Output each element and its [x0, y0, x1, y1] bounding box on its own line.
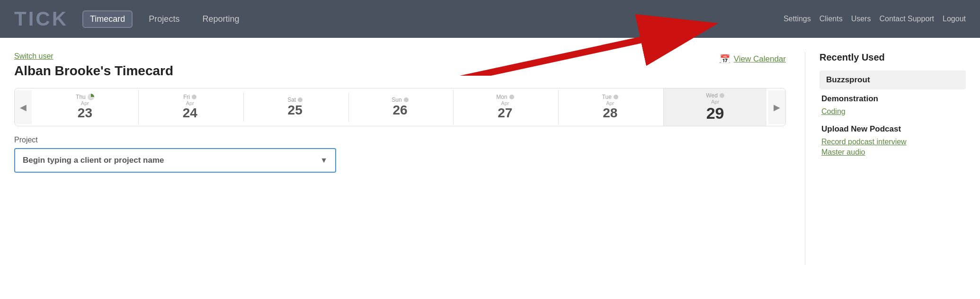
date-cell-sat[interactable]: Sat 25 — [243, 93, 347, 122]
dot-sun — [404, 97, 409, 102]
project-label: Project — [14, 136, 786, 144]
date-num-26: 26 — [392, 103, 407, 118]
mon-label: Mon — [496, 94, 507, 100]
recent-project-coding[interactable]: Coding — [820, 106, 966, 117]
fri-label: Fri — [183, 94, 190, 100]
timecard-title: Alban Brooke's Timecard — [14, 63, 173, 79]
view-calendar-button[interactable]: 📅 View Calendar — [720, 54, 786, 64]
timecard-header-left: Switch user Alban Brooke's Timecard — [14, 52, 173, 79]
recently-used-title: Recently Used — [820, 52, 966, 63]
nav-clients[interactable]: Clients — [820, 15, 843, 23]
right-panel: Recently Used Buzzsprout Demonstration C… — [805, 52, 966, 265]
date-cell-mon[interactable]: Mon Apr 27 — [453, 90, 556, 124]
date-num-23: 23 — [78, 106, 92, 121]
nav-users[interactable]: Users — [851, 15, 871, 23]
date-num-27: 27 — [498, 106, 512, 121]
date-num-24: 24 — [183, 106, 197, 121]
left-panel: Switch user Alban Brooke's Timecard 📅 Vi… — [14, 52, 805, 265]
pie-indicator — [88, 94, 94, 100]
sun-label: Sun — [392, 97, 401, 103]
switch-user-link[interactable]: Switch user — [14, 52, 53, 61]
recent-project-record-podcast[interactable]: Record podcast interview — [820, 137, 966, 147]
nav-settings[interactable]: Settings — [784, 15, 811, 23]
project-select-placeholder: Begin typing a client or project name — [23, 156, 164, 165]
dot-sat — [298, 97, 303, 102]
prev-date-button[interactable]: ◀ — [15, 90, 32, 124]
view-calendar-label: View Calendar — [734, 54, 786, 64]
sat-label: Sat — [287, 97, 296, 103]
next-date-button[interactable]: ▶ — [768, 90, 785, 124]
project-select-dropdown[interactable]: Begin typing a client or project name ▼ — [14, 148, 336, 173]
date-cell-sun[interactable]: Sun 26 — [348, 93, 452, 122]
dot-wed — [720, 93, 724, 98]
recent-group-title-demonstration: Demonstration — [820, 94, 966, 104]
recent-client-buzzsprout: Buzzsprout — [820, 70, 966, 89]
nav-contact-support[interactable]: Contact Support — [879, 15, 934, 23]
main-content: Switch user Alban Brooke's Timecard 📅 Vi… — [0, 38, 980, 274]
nav-logout[interactable]: Logout — [943, 15, 966, 23]
dot-fri — [192, 95, 196, 99]
project-section: Project Begin typing a client or project… — [14, 136, 786, 173]
nav-reporting[interactable]: Reporting — [196, 11, 246, 27]
dot-mon — [509, 95, 514, 99]
header: TICK Timecard Projects Reporting Setting… — [0, 0, 980, 38]
nav-projects[interactable]: Projects — [142, 11, 186, 27]
dot-tue — [614, 95, 618, 99]
date-cell-tue[interactable]: Tue Apr 28 — [558, 90, 661, 124]
nav-timecard[interactable]: Timecard — [82, 10, 133, 28]
timecard-header: Switch user Alban Brooke's Timecard 📅 Vi… — [14, 52, 786, 79]
logo: TICK — [14, 8, 68, 30]
calendar-icon: 📅 — [720, 54, 730, 64]
dropdown-arrow-icon: ▼ — [320, 156, 328, 165]
date-cell-wed[interactable]: Wed Apr 29 — [663, 88, 766, 126]
thu-label: Thu — [76, 94, 86, 100]
header-left: TICK Timecard Projects Reporting — [14, 8, 246, 30]
wed-label: Wed — [706, 92, 717, 99]
recent-group-demonstration: Demonstration Coding — [820, 94, 966, 117]
recent-group-upload-new-podcast: Upload New Podcast Record podcast interv… — [820, 124, 966, 158]
date-cell-thu[interactable]: Thu Apr 23 — [34, 90, 136, 124]
recent-group-title-upload: Upload New Podcast — [820, 124, 966, 134]
header-right: Settings Clients Users Contact Support L… — [784, 15, 966, 23]
tue-label: Tue — [602, 94, 612, 100]
date-cell-fri[interactable]: Fri Apr 24 — [138, 90, 241, 124]
date-navigation: ◀ Thu Apr 23 Fri Apr — [14, 88, 786, 126]
date-num-28: 28 — [603, 106, 617, 121]
recent-project-master-audio[interactable]: Master audio — [820, 147, 966, 158]
date-num-25: 25 — [288, 103, 303, 118]
date-num-29: 29 — [706, 105, 724, 122]
